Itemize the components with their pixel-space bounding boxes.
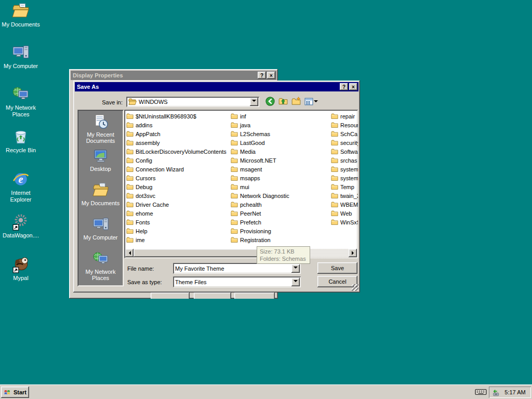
safely-remove-hardware-icon[interactable]: [491, 389, 499, 396]
help-button[interactable]: ?: [258, 72, 266, 79]
folder-item[interactable]: mui: [231, 182, 330, 191]
horizontal-scrollbar[interactable]: [125, 249, 357, 257]
folder-name: BitLockerDiscoveryVolumeContents: [136, 149, 227, 155]
folder-item[interactable]: addins: [126, 121, 230, 129]
folder-item[interactable]: inf: [231, 112, 330, 121]
folder-item[interactable]: L2Schemas: [231, 129, 330, 138]
view-menu-button[interactable]: [304, 97, 318, 106]
folder-item[interactable]: assembly: [126, 138, 230, 147]
folder-icon: [331, 175, 338, 182]
folder-icon: [231, 166, 238, 173]
folder-icon: [126, 166, 134, 173]
start-label: Start: [14, 389, 26, 395]
folder-item[interactable]: Connection Wizard: [126, 165, 230, 174]
desktop-icon-image: e: [12, 170, 30, 188]
desktop-icon[interactable]: Recycle Bin: [1, 128, 41, 154]
save-as-type-dropdown[interactable]: Theme Files: [173, 276, 301, 287]
folder-item[interactable]: Help: [126, 227, 230, 235]
file-name-combo[interactable]: [173, 263, 301, 274]
folder-item[interactable]: SchCa: [331, 129, 358, 138]
folder-item[interactable]: system3: [331, 174, 358, 182]
folder-item[interactable]: WBEM: [331, 200, 358, 209]
new-folder-icon[interactable]: [291, 97, 301, 106]
keyboard-icon[interactable]: [475, 388, 487, 396]
up-one-level-icon[interactable]: [278, 97, 288, 106]
scrollbar-thumb[interactable]: [134, 249, 258, 257]
folder-item[interactable]: WinSxS: [331, 218, 358, 227]
dropdown-arrow-button[interactable]: [250, 98, 258, 106]
close-button[interactable]: ×: [267, 72, 275, 79]
folder-item[interactable]: twain_3: [331, 191, 358, 200]
folder-item[interactable]: Temp: [331, 182, 358, 191]
folder-item[interactable]: srchas: [331, 156, 358, 165]
folder-item[interactable]: Network Diagnostic: [231, 191, 330, 200]
dropdown-arrow-button[interactable]: [291, 278, 300, 286]
desktop-icon[interactable]: DataWagon....: [1, 213, 41, 239]
folder-name: ehome: [136, 210, 153, 217]
view-menu-icon: [304, 97, 313, 106]
display-properties-titlebar[interactable]: Display Properties ? ×: [71, 71, 276, 80]
folder-item[interactable]: Debug: [126, 182, 230, 191]
desktop-icon[interactable]: Mypal: [1, 256, 41, 282]
folder-item[interactable]: LastGood: [231, 138, 330, 147]
places-bar-item[interactable]: My Recent Documents: [77, 113, 124, 148]
folder-icon: [126, 113, 134, 120]
save-as-type-value: Theme Files: [175, 279, 291, 285]
folder-item[interactable]: ehome: [126, 209, 230, 218]
folder-item[interactable]: msagent: [231, 165, 330, 174]
folder-item[interactable]: pchealth: [231, 200, 330, 209]
desktop-icon[interactable]: My Network Places: [1, 85, 41, 118]
folder-item[interactable]: system: [331, 165, 358, 174]
folder-item[interactable]: Web: [331, 209, 358, 218]
folder-item[interactable]: Cursors: [126, 174, 230, 182]
dropdown-arrow-button[interactable]: [291, 264, 300, 273]
save-in-dropdown[interactable]: WINDOWS: [126, 97, 259, 107]
folder-name: WBEM: [340, 202, 358, 208]
folder-item[interactable]: Media: [231, 147, 330, 156]
places-bar-item[interactable]: My Network Places: [77, 250, 124, 285]
desktop-icon[interactable]: My Computer: [1, 44, 41, 70]
folder-item[interactable]: Resour: [331, 121, 358, 129]
folder-item[interactable]: Provisioning: [231, 227, 330, 235]
tooltip-size-line: Size: 73.1 KB: [260, 248, 307, 255]
start-button[interactable]: Start: [1, 387, 29, 398]
folder-item[interactable]: $NtUninstallKB968930$: [126, 112, 230, 121]
close-button[interactable]: ×: [349, 83, 357, 90]
scroll-left-button[interactable]: [125, 249, 134, 257]
save-as-titlebar[interactable]: Save As ? ×: [75, 82, 358, 91]
folder-item[interactable]: security: [331, 138, 358, 147]
folder-item[interactable]: Config: [126, 156, 230, 165]
places-bar-item[interactable]: Desktop: [77, 148, 124, 182]
folder-icon: [331, 130, 338, 138]
folder-name: Cursors: [136, 175, 156, 181]
folder-icon: [231, 228, 238, 235]
back-icon[interactable]: [265, 97, 275, 106]
folder-name: system3: [340, 175, 358, 181]
folder-item[interactable]: BitLockerDiscoveryVolumeContents: [126, 147, 230, 156]
desktop-icon[interactable]: e Internet Explorer: [1, 170, 41, 203]
folder-item[interactable]: PeerNet: [231, 209, 330, 218]
folder-item[interactable]: msapps: [231, 174, 330, 182]
save-button[interactable]: Save: [317, 262, 357, 274]
folder-item[interactable]: Fonts: [126, 218, 230, 227]
folder-item[interactable]: Softwa: [331, 147, 358, 156]
folder-icon: [126, 148, 134, 155]
places-bar-item[interactable]: My Documents: [77, 182, 124, 216]
file-name-input[interactable]: [175, 265, 291, 272]
places-bar-item[interactable]: My Computer: [77, 216, 124, 250]
folder-item[interactable]: Driver Cache: [126, 200, 230, 209]
folder-name: inf: [240, 113, 246, 119]
folder-name: Resour: [340, 122, 358, 128]
resize-grip[interactable]: [352, 284, 358, 291]
folder-item[interactable]: java: [231, 121, 330, 129]
folder-item[interactable]: repair: [331, 112, 358, 121]
folder-item[interactable]: AppPatch: [126, 129, 230, 138]
folder-item[interactable]: ime: [126, 235, 230, 244]
folder-item[interactable]: dot3svc: [126, 191, 230, 200]
folder-item[interactable]: Microsoft.NET: [231, 156, 330, 165]
help-button[interactable]: ?: [340, 83, 348, 90]
desktop-icon[interactable]: My Documents: [1, 2, 41, 28]
folder-item[interactable]: Prefetch: [231, 218, 330, 227]
folder-item[interactable]: Registration: [231, 235, 330, 244]
scroll-right-button[interactable]: [349, 249, 357, 257]
